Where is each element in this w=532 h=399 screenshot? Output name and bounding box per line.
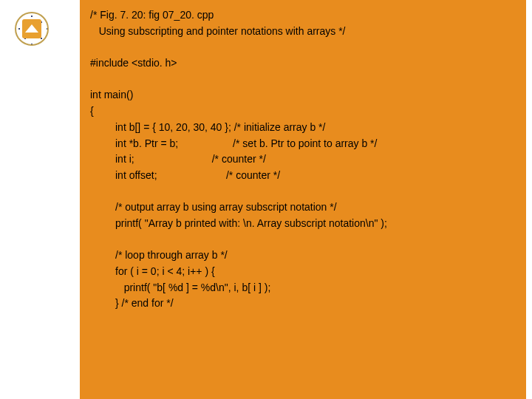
code-line: /* output array b using array subscript … [90,200,516,216]
blank-line [90,184,516,200]
code-line: { [90,103,516,120]
code-line: Using subscripting and pointer notations… [90,24,516,40]
code-slide-panel: /* Fig. 7. 20: fig 07_20. cpp Using subs… [80,0,526,399]
code-line: } /* end for */ [90,296,516,312]
code-line: int offset; /* counter */ [90,168,516,184]
logo-ring [15,12,49,46]
code-line: int *b. Ptr = b; /* set b. Ptr to point … [90,136,516,152]
institution-logo [15,12,49,46]
code-line: printf( "Array b printed with: \n. Array… [90,216,516,232]
logo-triangle-icon [25,24,38,33]
code-line: /* loop through array b */ [90,248,516,264]
code-line: int i; /* counter */ [90,151,516,168]
blank-line [90,72,516,88]
logo-emblem [22,19,41,38]
code-line: int main() [90,87,516,103]
code-line: for ( i = 0; i < 4; i++ ) { [90,264,516,280]
blank-line [90,39,516,55]
code-line: #include <stdio. h> [90,55,516,72]
code-line: /* Fig. 7. 20: fig 07_20. cpp [90,7,516,24]
code-line: printf( "b[ %d ] = %d\n", i, b[ i ] ); [90,280,516,296]
code-line: int b[] = { 10, 20, 30, 40 }; /* initial… [90,120,516,136]
blank-line [90,232,516,248]
